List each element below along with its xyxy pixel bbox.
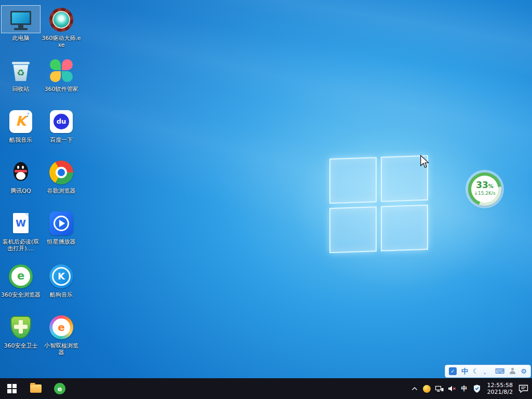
360-shield-icon (1, 313, 41, 341)
kugou-music-icon: K (42, 262, 81, 290)
windows-desktop: 此电脑 ♻ 回收站 K ♪ 酷我音乐 腾讯QQ W 装机后必读(双击打开)...… (0, 0, 532, 399)
icon-label: 百度一下 (42, 137, 81, 143)
desktop-icon-360-browser[interactable]: e 360安全浏览器 (1, 262, 41, 298)
kuwo-music-icon: K ♪ (1, 107, 41, 135)
icon-label: 酷我音乐 (1, 137, 41, 143)
taskbar: e (0, 378, 532, 399)
system-tray: 中 12:55:58 2021/8/2 (408, 378, 532, 399)
progress-ring-inner: 33% ↓15.2K/s (471, 176, 498, 203)
icon-label: 酷狗音乐 (42, 291, 81, 298)
icon-label: 360驱动大师.exe (42, 35, 81, 48)
desktop-icon-360-driver-master[interactable]: 360驱动大师.exe (42, 5, 81, 48)
ime-logo-icon[interactable]: ✓ (449, 367, 457, 375)
mouse-cursor (420, 155, 430, 168)
xiaozhi-browser-icon: e (42, 313, 81, 341)
desktop-icon-recycle-bin[interactable]: ♻ 回收站 (1, 56, 41, 92)
qq-penguin-icon (1, 158, 41, 186)
tray-security-button[interactable] (471, 378, 483, 399)
icon-label: 腾讯QQ (1, 188, 41, 194)
360-ball-icon (423, 385, 431, 393)
icon-label: 360软件管家 (42, 86, 81, 92)
windows-logo-wallpaper (329, 155, 428, 254)
desktop-icon-360-software-manager[interactable]: 360软件管家 (42, 56, 81, 92)
tray-volume-button[interactable] (446, 378, 458, 399)
desktop-icon-tencent-qq[interactable]: 腾讯QQ (1, 158, 41, 194)
icon-label: 装机后必读(双击打开).... (1, 238, 41, 252)
this-pc-icon (1, 5, 41, 33)
desktop-icon-this-pc[interactable]: 此电脑 (1, 5, 41, 42)
stellar-player-icon (42, 209, 81, 237)
punctuation-icon[interactable]: 。 (484, 368, 490, 375)
shield-check-icon (473, 384, 481, 393)
recycle-bin-icon: ♻ (1, 56, 41, 84)
icon-label: 回收站 (1, 86, 41, 92)
desktop-icon-chrome[interactable]: 谷歌浏览器 (42, 158, 81, 194)
tray-input-method-button[interactable]: 中 (458, 378, 471, 399)
baidu-icon: du (42, 107, 81, 135)
desktop-icon-stellar-player[interactable]: 恒星播放器 (42, 209, 81, 245)
ime-language-bar[interactable]: ✓ 中 ☾ 。 ⌨ ⚙ (445, 365, 531, 378)
icon-label: 360安全卫士 (1, 342, 41, 349)
icon-label: 此电脑 (1, 35, 41, 42)
readme-document-icon: W (1, 209, 41, 237)
desktop-icon-baidu[interactable]: du 百度一下 (42, 107, 81, 143)
tray-360-ball-icon[interactable] (421, 378, 433, 399)
action-center-button[interactable] (517, 378, 530, 399)
icon-label: 恒星播放器 (42, 238, 81, 245)
recycle-symbol-icon: ♻ (9, 68, 33, 78)
clock-date: 2021/8/2 (487, 389, 513, 395)
notification-bubble-icon (518, 384, 528, 393)
file-explorer-button[interactable] (24, 378, 48, 399)
halfwidth-moon-icon[interactable]: ☾ (473, 368, 479, 375)
start-button[interactable] (0, 378, 24, 399)
music-note-icon: ♪ (26, 112, 30, 118)
clock-time: 12:55:58 (487, 382, 513, 389)
desktop-icon-kuwo-music[interactable]: K ♪ 酷我音乐 (1, 107, 41, 143)
folder-icon (30, 384, 42, 393)
ime-user-icon[interactable] (509, 368, 516, 375)
icon-label: 360安全浏览器 (1, 291, 41, 298)
chevron-up-icon (411, 387, 418, 391)
input-method-indicator: 中 (461, 384, 468, 393)
360-browser-taskbar-icon: e (54, 383, 65, 394)
windows-logo-icon (7, 384, 17, 393)
desktop-icon-kugou-music[interactable]: K 酷狗音乐 (42, 262, 81, 298)
360-browser-taskbar-button[interactable]: e (48, 378, 72, 399)
taskbar-left: e (0, 378, 72, 399)
soft-keyboard-icon[interactable]: ⌨ (495, 368, 505, 375)
network-icon (435, 384, 444, 393)
progress-percent: 33% (471, 181, 498, 191)
wallpaper-glow (291, 125, 509, 291)
download-speed: ↓15.2K/s (471, 191, 498, 196)
ime-settings-gear-icon[interactable]: ⚙ (521, 368, 527, 375)
ime-chinese-mode-indicator[interactable]: 中 (461, 368, 468, 375)
tray-show-hidden-icons-button[interactable] (408, 378, 421, 399)
desktop-icon-360-safety-guard[interactable]: 360安全卫士 (1, 313, 41, 349)
tray-clock[interactable]: 12:55:58 2021/8/2 (483, 378, 517, 399)
360-driver-master-icon (42, 5, 81, 33)
360-browser-icon: e (1, 262, 41, 290)
tray-network-button[interactable] (433, 378, 446, 399)
download-progress-widget[interactable]: 33% ↓15.2K/s (468, 172, 501, 206)
icon-label: 谷歌浏览器 (42, 188, 81, 194)
speaker-muted-icon (447, 384, 456, 393)
icon-label: 小智双核浏览器 (42, 342, 81, 356)
desktop-icon-readme[interactable]: W 装机后必读(双击打开).... (1, 209, 41, 252)
360-software-manager-icon (42, 56, 81, 84)
desktop-icon-xiaozhi-browser[interactable]: e 小智双核浏览器 (42, 313, 81, 356)
chrome-icon (42, 158, 81, 186)
